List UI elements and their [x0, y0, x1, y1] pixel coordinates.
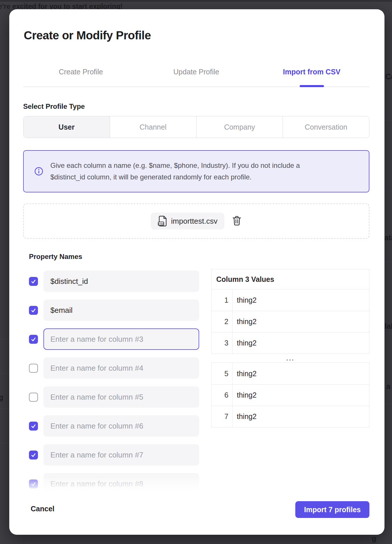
- row-value: thing2: [232, 363, 369, 384]
- column-1-checkbox[interactable]: [29, 277, 38, 286]
- preview-table-bottom: 5 thing2 6 thing2 7 thing2: [211, 363, 369, 427]
- bg-table-line: [384, 333, 392, 333]
- column-6-name-input[interactable]: [43, 415, 199, 437]
- tab-label: Update Profile: [173, 68, 219, 76]
- uploaded-file-chip: CSV importtest.csv: [151, 213, 224, 229]
- profile-type-user[interactable]: User: [23, 116, 110, 138]
- preview-table-top: Column 3 Values 1 thing2 2 thing2 3 thin…: [211, 269, 369, 354]
- info-text: Give each column a name (e.g. $name, $ph…: [50, 160, 320, 183]
- column-2-name-input[interactable]: [43, 299, 199, 321]
- bg-text-fragment: a: [386, 382, 390, 391]
- trash-icon: [232, 216, 241, 226]
- tab-create-profile[interactable]: Create Profile: [23, 66, 139, 78]
- bg-text-fragment: ata: [384, 233, 392, 242]
- check-icon: [31, 423, 36, 429]
- check-icon: [31, 308, 36, 313]
- column-7-checkbox[interactable]: [29, 451, 38, 460]
- bg-table-line: [0, 409, 9, 409]
- bg-table-line: [0, 339, 9, 339]
- column-5-name-input[interactable]: [43, 386, 199, 408]
- column-3-name-input[interactable]: [43, 328, 199, 350]
- tab-label: Create Profile: [59, 68, 103, 76]
- check-icon: [31, 452, 36, 458]
- property-row: [23, 299, 208, 321]
- preview-table-header: Column 3 Values: [212, 269, 369, 289]
- preview-ellipsis: ...: [211, 354, 369, 363]
- preview-row: 1 thing2: [212, 289, 369, 311]
- import-profiles-button[interactable]: Import 7 profiles: [295, 501, 369, 518]
- scroll-fade: [20, 471, 217, 503]
- tab-label: Import from CSV: [283, 68, 340, 76]
- property-row: [23, 328, 208, 350]
- bg-text-fragment: lab: [384, 322, 392, 331]
- bg-table-line: [384, 404, 392, 404]
- row-value: thing2: [232, 406, 369, 427]
- check-icon: [31, 337, 36, 342]
- row-value: thing2: [232, 332, 369, 354]
- row-number: 6: [212, 385, 232, 406]
- row-number: 7: [212, 406, 232, 427]
- profile-type-segmented-control: User Channel Company Conversation: [23, 116, 369, 138]
- uploaded-file-name: importtest.csv: [171, 217, 217, 226]
- modal-tabs: Create Profile Update Profile Import fro…: [23, 66, 369, 78]
- bg-table-line: [0, 373, 9, 374]
- profile-type-company[interactable]: Company: [196, 116, 283, 138]
- profile-type-channel[interactable]: Channel: [110, 116, 196, 138]
- active-tab-indicator: [300, 85, 324, 87]
- bg-table-line: [384, 262, 392, 262]
- tab-import-from-csv[interactable]: Import from CSV: [254, 66, 369, 78]
- info-banner: Give each column a name (e.g. $name, $ph…: [23, 150, 369, 192]
- profile-type-label: Select Profile Type: [23, 102, 85, 111]
- row-number: 3: [212, 332, 232, 354]
- bg-text-fragment: Co: [385, 72, 392, 81]
- column-5-checkbox[interactable]: [29, 393, 38, 402]
- column-7-name-input[interactable]: [43, 444, 199, 466]
- remove-file-button[interactable]: [232, 216, 242, 227]
- background-page-header: [0, 0, 392, 2]
- csv-dropzone[interactable]: CSV importtest.csv: [23, 203, 369, 239]
- preview-row: 5 thing2: [212, 363, 369, 384]
- bg-text-fragment: g: [0, 393, 3, 402]
- property-row: [23, 357, 208, 379]
- property-row: [23, 386, 208, 408]
- column-1-name-input[interactable]: [43, 271, 199, 292]
- row-number: 5: [212, 363, 232, 384]
- row-number: 2: [212, 311, 232, 332]
- import-profile-modal: Create or Modify Profile Create Profile …: [9, 9, 384, 535]
- preview-row: 3 thing2: [212, 332, 369, 354]
- column-3-checkbox[interactable]: [29, 335, 38, 344]
- row-value: thing2: [232, 311, 369, 332]
- profile-type-conversation[interactable]: Conversation: [283, 116, 369, 138]
- property-row: [23, 271, 208, 292]
- column-6-checkbox[interactable]: [29, 422, 38, 431]
- row-number: 1: [212, 289, 232, 311]
- column-2-checkbox[interactable]: [29, 306, 38, 315]
- modal-title: Create or Modify Profile: [24, 29, 151, 42]
- check-icon: [31, 279, 36, 284]
- bg-table-line: [0, 443, 9, 443]
- property-row: [23, 444, 208, 466]
- property-row: [23, 415, 208, 437]
- bg-table-line: [384, 191, 392, 191]
- preview-row: 2 thing2: [212, 311, 369, 332]
- cancel-button[interactable]: Cancel: [26, 500, 59, 517]
- svg-text:CSV: CSV: [158, 223, 164, 225]
- tab-update-profile[interactable]: Update Profile: [139, 66, 254, 78]
- column-4-name-input[interactable]: [43, 357, 199, 379]
- preview-row: 6 thing2: [212, 384, 369, 406]
- row-value: thing2: [232, 385, 369, 406]
- row-value: thing2: [232, 289, 369, 311]
- column-values-preview: Column 3 Values 1 thing2 2 thing2 3 thin…: [211, 269, 369, 427]
- column-4-checkbox[interactable]: [29, 364, 38, 373]
- preview-row: 7 thing2: [212, 406, 369, 427]
- info-icon: [34, 167, 43, 176]
- bg-text-fragment: g: [372, 534, 376, 543]
- property-names-label: Property Names: [29, 253, 82, 261]
- csv-file-icon: CSV: [158, 216, 167, 227]
- bg-table-line: [384, 120, 392, 120]
